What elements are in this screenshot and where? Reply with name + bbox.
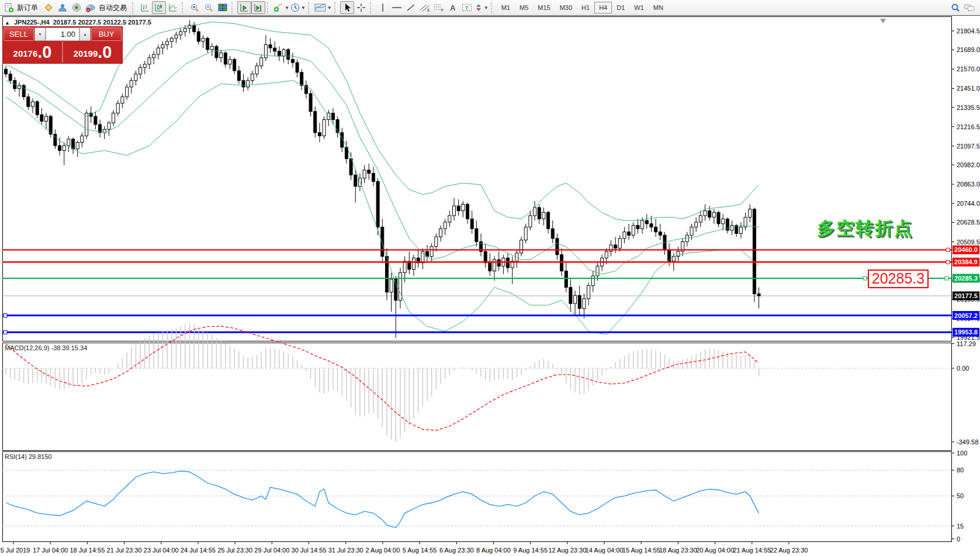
svg-text:21216.5: 21216.5	[957, 123, 980, 130]
arrows-tool-button[interactable]: ▼	[474, 1, 489, 14]
bar-chart-icon	[140, 3, 150, 12]
timeframe-button-M30[interactable]: M30	[555, 2, 577, 13]
indicators-button[interactable]: ▼	[273, 1, 290, 14]
timeframe-button-M5[interactable]: M5	[515, 2, 533, 13]
timeframe-button-H4[interactable]: H4	[594, 2, 612, 13]
horizontal-line-icon	[392, 3, 402, 12]
collapse-trade-panel-icon[interactable]: ▲	[5, 20, 10, 26]
volume-decrease-button[interactable]: ▼	[34, 27, 46, 41]
auto-trading-icon	[85, 3, 96, 12]
svg-text:20460.0: 20460.0	[954, 246, 978, 253]
clock-icon	[290, 3, 300, 12]
bar-chart-mode-button[interactable]	[138, 1, 152, 14]
svg-text:21804.5: 21804.5	[957, 27, 980, 34]
svg-text:21689.0: 21689.0	[957, 46, 980, 53]
toolbar-separator	[308, 2, 312, 13]
community-button[interactable]	[56, 1, 70, 14]
chat-icon	[964, 3, 975, 12]
svg-text:E: E	[427, 8, 430, 12]
text-tool-icon: A	[450, 4, 455, 12]
candlestick-mode-button[interactable]	[152, 1, 166, 14]
text-label-tool-button[interactable]: T	[460, 1, 474, 14]
search-button[interactable]	[948, 1, 962, 14]
svg-text:6 Aug 23:30: 6 Aug 23:30	[439, 547, 474, 554]
horizontal-line-tool-button[interactable]	[390, 1, 404, 14]
tile-windows-icon	[218, 3, 227, 12]
svg-text:T: T	[465, 5, 469, 11]
line-chart-mode-button[interactable]	[166, 1, 180, 14]
panel-border	[3, 452, 952, 542]
chat-button[interactable]	[962, 1, 976, 14]
svg-text:21451.0: 21451.0	[957, 85, 980, 92]
time-axis[interactable]: 15 Jul 201917 Jul 04:0018 Jul 14:5521 Ju…	[0, 542, 808, 554]
line-chart-icon	[168, 3, 178, 12]
channel-tool-button[interactable]: E	[418, 1, 432, 14]
toolbar-separator	[334, 2, 338, 13]
buy-price-pips: .0	[98, 44, 112, 61]
auto-trading-label[interactable]: 自动交易	[99, 3, 127, 13]
svg-text:21335.5: 21335.5	[957, 104, 980, 111]
new-order-button[interactable]	[2, 1, 16, 14]
volume-increase-button[interactable]: ▲	[79, 27, 91, 41]
svg-text:21570.0: 21570.0	[957, 65, 980, 72]
dropdown-caret-icon: ▼	[484, 5, 489, 11]
fibonacci-tool-button[interactable]: F	[432, 1, 446, 14]
cursor-tool-button[interactable]	[340, 1, 354, 14]
svg-text:20384.9: 20384.9	[954, 258, 978, 265]
svg-text:15: 15	[957, 523, 964, 530]
timeframe-button-M1[interactable]: M1	[497, 2, 515, 13]
periods-button[interactable]: ▼	[290, 1, 306, 14]
svg-text:5 Aug 14:55: 5 Aug 14:55	[403, 547, 437, 554]
one-click-trade-panel: SELL ▼ 1.00 ▲ BUY 20176 .0 20199 .0	[3, 27, 122, 63]
auto-scroll-button[interactable]	[237, 1, 251, 14]
zoom-out-button[interactable]	[202, 1, 216, 14]
svg-text:15 Aug 14:55: 15 Aug 14:55	[622, 547, 660, 554]
zoom-in-button[interactable]	[188, 1, 202, 14]
toolbar-separator	[267, 2, 271, 13]
timeframe-button-H1[interactable]: H1	[577, 2, 594, 13]
svg-text:50: 50	[957, 492, 964, 499]
volume-input[interactable]: 1.00	[46, 27, 79, 41]
main-toolbar: 新订单 自动交易	[0, 0, 980, 16]
buy-price-display[interactable]: 20199 .0	[63, 42, 122, 63]
search-icon	[951, 3, 960, 12]
svg-text:21 Jul 23:30: 21 Jul 23:30	[107, 547, 142, 554]
trendline-tool-button[interactable]	[404, 1, 418, 14]
svg-text:20285.3: 20285.3	[954, 275, 978, 282]
templates-button[interactable]: ▼	[314, 1, 333, 14]
buy-button[interactable]: BUY	[91, 27, 122, 41]
price-callout-box[interactable]: 20285.3	[868, 270, 929, 288]
tile-windows-button[interactable]	[216, 1, 230, 14]
gold-badge-button[interactable]	[41, 1, 56, 14]
svg-text:0: 0	[957, 536, 960, 543]
timeframe-button-MN[interactable]: MN	[649, 2, 668, 13]
arrows-icon	[475, 3, 483, 12]
timeframe-button-D1[interactable]: D1	[612, 2, 629, 13]
sell-price-display[interactable]: 20176 .0	[3, 42, 62, 63]
crosshair-icon	[356, 3, 366, 12]
text-tool-button[interactable]: A	[446, 1, 460, 14]
auto-trading-button[interactable]	[84, 1, 98, 14]
crosshair-tool-button[interactable]	[354, 1, 368, 14]
svg-text:23 Jul 04:00: 23 Jul 04:00	[144, 547, 179, 554]
svg-text:22 Aug 23:30: 22 Aug 23:30	[770, 547, 808, 554]
svg-text:20863.0: 20863.0	[957, 181, 980, 188]
templates-icon	[314, 3, 326, 12]
vertical-line-tool-button[interactable]	[376, 1, 390, 14]
signals-button[interactable]	[70, 1, 84, 14]
zoom-out-icon	[204, 3, 213, 12]
candlestick-icon	[154, 3, 164, 12]
gold-badge-icon	[44, 3, 53, 12]
buy-price-main: 20199	[74, 47, 98, 61]
chart-shift-button[interactable]	[251, 1, 265, 14]
sell-button[interactable]: SELL	[4, 27, 34, 41]
cursor-icon	[343, 3, 351, 12]
timeframe-button-M15[interactable]: M15	[533, 2, 555, 13]
new-order-label[interactable]: 新订单	[17, 3, 38, 13]
turning-point-annotation[interactable]: 多空转折点	[817, 216, 913, 241]
signals-icon	[72, 3, 81, 12]
timeframe-button-W1[interactable]: W1	[629, 2, 649, 13]
chart-canvas[interactable]: 21804.521689.021570.021451.021335.521216…	[0, 16, 980, 556]
svg-text:F: F	[441, 8, 444, 12]
dropdown-caret-icon: ▼	[301, 5, 306, 11]
